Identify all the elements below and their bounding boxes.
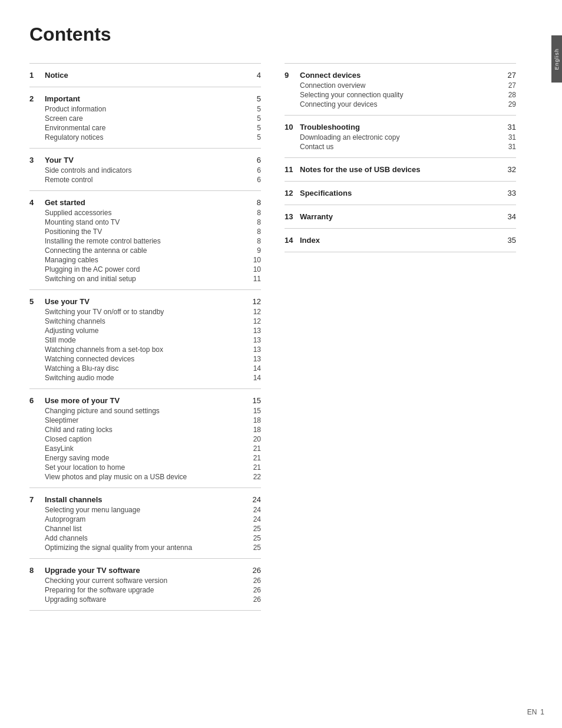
- toc-sub-label: Switching on and initial setup: [45, 275, 136, 283]
- toc-sub-label: Checking your current software version: [45, 577, 167, 585]
- toc-section-title: Your TV: [45, 156, 74, 164]
- toc-sub-label: Autoprogram: [45, 515, 85, 523]
- toc-main-row: 1Notice4: [29, 70, 261, 81]
- toc-section-num: 3: [29, 156, 39, 164]
- toc-main-row: 13Warranty34: [285, 211, 516, 222]
- toc-sub-page: 9: [247, 246, 261, 255]
- toc-sub-label: Selecting your connection quality: [300, 91, 403, 99]
- toc-section-num: 7: [29, 495, 39, 504]
- toc-sub-row: Watching channels from a set-top box13: [29, 345, 261, 354]
- toc-sub-row: EasyLink21: [29, 444, 261, 453]
- toc-sub-page: 5: [247, 114, 261, 123]
- toc-sub-row: Plugging in the AC power cord10: [29, 265, 261, 274]
- toc-sub-row: Mounting stand onto TV8: [29, 218, 261, 227]
- toc-sub-page: 18: [247, 416, 261, 424]
- toc-section: 13Warranty34: [285, 205, 516, 229]
- toc-sub-page: 15: [247, 407, 261, 415]
- toc-section-title: Warranty: [300, 212, 333, 221]
- toc-section: 3Your TV6Side controls and indicators6Re…: [29, 149, 261, 191]
- toc-sub-label: Watching channels from a set-top box: [45, 345, 163, 354]
- toc-section-page: 33: [502, 189, 516, 197]
- toc-sub-row: Switching channels12: [29, 317, 261, 326]
- toc-sub-label: View photos and play music on a USB devi…: [45, 473, 187, 481]
- toc-section-page: 24: [247, 495, 261, 504]
- toc-sub-row: Switching on and initial setup11: [29, 274, 261, 284]
- toc-sub-row: Autoprogram24: [29, 515, 261, 524]
- toc-sub-row: Connecting your devices29: [285, 100, 516, 109]
- col-left: 1Notice42Important5Product information5S…: [29, 63, 261, 704]
- toc-section: 4Get started8Supplied accessories8Mounti…: [29, 191, 261, 290]
- toc-sub-row: Upgrading software26: [29, 595, 261, 604]
- toc-sub-row: Watching connected devices13: [29, 354, 261, 364]
- toc-sub-row: Child and rating locks18: [29, 425, 261, 434]
- main-content: Contents 1Notice42Important5Product info…: [0, 0, 551, 728]
- toc-sub-row: Screen care5: [29, 114, 261, 123]
- toc-sub-row: Product information5: [29, 104, 261, 114]
- toc-sub-row: Selecting your menu language24: [29, 505, 261, 515]
- page-number: 1: [540, 708, 544, 716]
- toc-main-row: 14Index35: [285, 235, 516, 246]
- toc-sub-label: Downloading an electronic copy: [300, 133, 399, 141]
- toc-sub-page: 31: [502, 133, 516, 141]
- toc-sub-row: Adjusting volume13: [29, 326, 261, 335]
- page-title: Contents: [29, 24, 516, 45]
- en-label: EN: [527, 708, 537, 716]
- toc-sub-row: Switching audio mode14: [29, 373, 261, 383]
- toc-sub-row: Switching your TV on/off or to standby12: [29, 307, 261, 317]
- toc-sub-row: Watching a Blu-ray disc14: [29, 364, 261, 373]
- toc-section-title: Notes for the use of USB devices: [300, 165, 420, 174]
- toc-section: 6Use more of your TV15Changing picture a…: [29, 389, 261, 488]
- toc-sub-label: Optimizing the signal quality from your …: [45, 543, 192, 552]
- toc-main-row: 6Use more of your TV15: [29, 395, 261, 406]
- toc-sub-page: 24: [247, 515, 261, 523]
- toc-sub-label: Side controls and indicators: [45, 166, 131, 174]
- toc-sub-page: 26: [247, 577, 261, 585]
- toc-sub-page: 6: [247, 176, 261, 184]
- toc-sub-page: 13: [247, 327, 261, 335]
- toc-section-title: Connect devices: [300, 71, 361, 80]
- page-container: English Contents 1Notice42Important5Prod…: [0, 0, 562, 728]
- side-tab: English: [551, 35, 562, 83]
- toc-sub-label: Upgrading software: [45, 595, 106, 604]
- toc-sub-row: Energy saving mode21: [29, 453, 261, 463]
- toc-sub-row: Supplied accessories8: [29, 208, 261, 218]
- toc-section: 12Specifications33: [285, 182, 516, 205]
- toc-section: 8Upgrade your TV software26Checking your…: [29, 559, 261, 611]
- toc-sub-row: Still mode13: [29, 335, 261, 345]
- toc-sub-page: 18: [247, 426, 261, 434]
- toc-sub-row: Connection overview27: [285, 81, 516, 90]
- toc-sub-label: Preparing for the software upgrade: [45, 586, 154, 594]
- toc-main-row: 9Connect devices27: [285, 70, 516, 81]
- toc-sub-row: Remote control6: [29, 175, 261, 185]
- toc-section-title: Get started: [45, 198, 85, 207]
- toc-section-num: 6: [29, 396, 39, 405]
- toc-sub-row: Set your location to home21: [29, 463, 261, 472]
- toc-sub-page: 26: [247, 586, 261, 594]
- toc-sub-page: 21: [247, 444, 261, 453]
- toc-sub-page: 11: [247, 275, 261, 283]
- toc-sub-page: 21: [247, 463, 261, 472]
- toc-sub-page: 14: [247, 364, 261, 373]
- toc-sub-row: Checking your current software version26: [29, 576, 261, 585]
- toc-sub-page: 21: [247, 454, 261, 462]
- toc-sub-page: 12: [247, 317, 261, 325]
- toc-section-num: 13: [285, 212, 294, 221]
- toc-sub-page: 25: [247, 525, 261, 533]
- toc-sub-label: Contact us: [300, 143, 333, 151]
- toc-sub-label: Mounting stand onto TV: [45, 218, 120, 226]
- toc-section-title: Use more of your TV: [45, 396, 120, 405]
- toc-main-row: 5Use your TV12: [29, 296, 261, 307]
- toc-section: 14Index35: [285, 229, 516, 252]
- toc-sub-label: Set your location to home: [45, 463, 125, 472]
- toc-sub-label: Closed caption: [45, 435, 91, 443]
- toc-sub-label: Connection overview: [300, 81, 365, 90]
- toc-sub-row: Add channels25: [29, 533, 261, 543]
- toc-sub-page: 12: [247, 308, 261, 316]
- toc-sub-label: Child and rating locks: [45, 426, 113, 434]
- toc-sub-row: Managing cables10: [29, 255, 261, 265]
- toc-section-page: 5: [247, 94, 261, 103]
- toc-section-page: 32: [502, 165, 516, 174]
- col-right: 9Connect devices27Connection overview27S…: [285, 63, 516, 704]
- toc-sub-page: 13: [247, 355, 261, 363]
- toc-sub-label: Add channels: [45, 534, 88, 542]
